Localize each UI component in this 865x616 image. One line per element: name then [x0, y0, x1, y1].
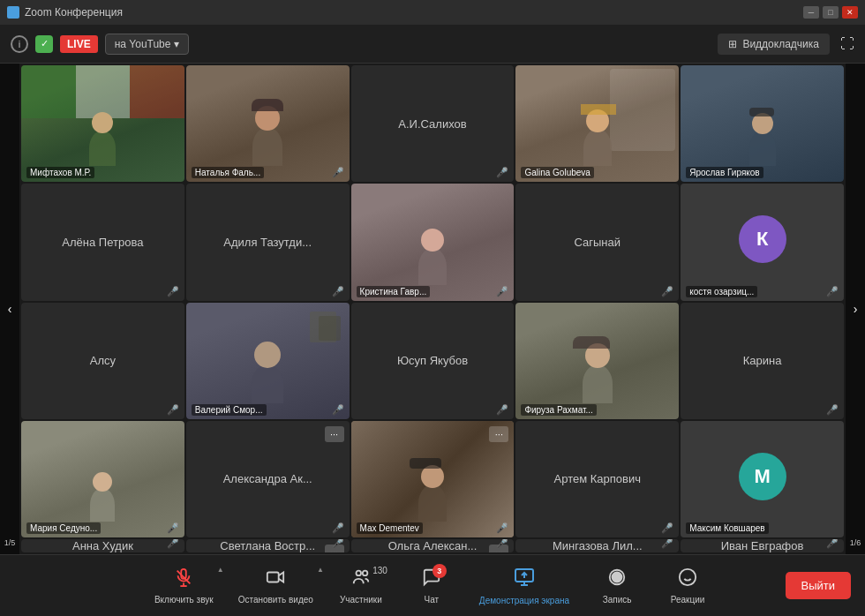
right-page-num: 1/6	[850, 538, 861, 547]
video-cell-aleksandra[interactable]: ··· Александра Ак... 🎤	[186, 421, 350, 537]
svg-point-6	[363, 570, 368, 575]
fullscreen-button[interactable]: ⛶	[840, 36, 854, 52]
video-cell-sagynai[interactable]: Сагынай 🎤	[515, 184, 679, 300]
participant-name-kostya: костя озарзиц...	[686, 286, 757, 297]
video-cell-alsu[interactable]: Алсу 🎤	[21, 303, 184, 419]
top-toolbar: i ✓ LIVE на YouTube ▾ ⊞ Виддокладчика ⛶	[0, 25, 865, 64]
left-page-num: 1/5	[4, 538, 16, 547]
dropdown-arrow-icon: ▾	[174, 38, 179, 50]
video-cell-valery[interactable]: 🎤 Валерий Смор...	[186, 303, 350, 419]
video-area: ‹ 1/5 Мифтахов М.Р.	[0, 64, 865, 554]
participant-name-olga: Ольга Алексан...	[381, 539, 485, 552]
participant-name-galina: Galina Golubeva	[521, 167, 594, 178]
participant-name-kristina: Кристина Гавр...	[357, 286, 431, 297]
minimize-btn[interactable]: ─	[803, 6, 819, 19]
participant-name-aleksandra: Александра Ак...	[216, 472, 320, 485]
participant-name-maria: Мария Седуно...	[26, 522, 101, 534]
svg-point-10	[613, 572, 622, 582]
mute-indicator-aleksandra: 🎤	[332, 522, 344, 534]
speaker-view-button[interactable]: ⊞ Виддокладчика	[718, 34, 830, 55]
svg-rect-4	[267, 572, 279, 582]
svg-point-5	[356, 570, 361, 575]
mic-label: Включить звук	[154, 595, 214, 605]
video-cell-firuza[interactable]: Фируза Рахмат...	[515, 303, 679, 419]
video-cell-yusup[interactable]: Юсуп Якубов 🎤	[351, 303, 515, 419]
mute-indicator-maria: 🎤	[167, 522, 179, 534]
mute-indicator-sagynai: 🎤	[661, 286, 673, 297]
video-caret-icon[interactable]: ▲	[317, 566, 324, 574]
mute-indicator-kristina: 🎤	[496, 286, 508, 297]
mute-indicator-alena: 🎤	[167, 286, 179, 297]
mute-indicator-valery: 🎤	[332, 404, 344, 416]
chat-button[interactable]: 3 Чат	[396, 562, 467, 610]
mute-indicator-mingazova: 🎤	[661, 539, 673, 549]
participant-name-yaroslav: Ярослав Гиряков	[686, 167, 763, 178]
video-cell-natalia[interactable]: 🎤 Наталья Фаль...	[186, 65, 350, 182]
title-bar-text: Zoom Конференция	[25, 6, 123, 19]
participants-button[interactable]: Участники 130	[326, 562, 396, 610]
chat-icon: 3	[422, 567, 441, 591]
participant-name-max: Max Dementev	[357, 522, 423, 534]
participant-name-yusup: Юсуп Якубов	[390, 354, 475, 367]
avatar-maksim: М	[739, 453, 786, 500]
participant-name-sagynai: Сагынай	[568, 236, 628, 249]
participant-name-alena: Алёна Петрова	[55, 236, 150, 249]
mute-indicator-olga: 🎤	[496, 539, 508, 549]
live-badge: LIVE	[60, 35, 98, 53]
share-screen-button[interactable]: Демонстрация экрана	[467, 561, 582, 611]
mute-indicator-adilya: 🎤	[332, 286, 344, 297]
video-cell-artem[interactable]: Артем Карпович 🎤	[515, 421, 679, 537]
mic-caret-icon[interactable]: ▲	[217, 566, 224, 574]
share-screen-label: Демонстрация экрана	[479, 596, 569, 605]
mic-button[interactable]: Включить звук ▲	[142, 562, 226, 610]
video-cell-svetlana[interactable]: ··· Светлана Востр... 🎤	[186, 539, 350, 552]
video-grid: Мифтахов М.Р. 🎤 Наталья Фаль... А.И.Сали…	[19, 64, 846, 554]
avatar-kostya: К	[739, 215, 786, 263]
exit-button[interactable]: Выйти	[786, 572, 852, 599]
more-options-aleksandra[interactable]: ···	[325, 426, 344, 442]
video-label: Остановить видео	[238, 595, 313, 605]
mute-indicator-natalia: 🎤	[332, 167, 344, 178]
video-cell-mingazova[interactable]: Мингазова Лил... 🎤	[515, 539, 679, 552]
video-cell-olga[interactable]: ··· Ольга Алексан... 🎤	[351, 539, 515, 552]
youtube-button[interactable]: на YouTube ▾	[105, 34, 190, 55]
reactions-label: Реакции	[671, 595, 705, 605]
participant-name-anna: Анна Худик	[65, 539, 140, 552]
video-button[interactable]: Остановить видео ▲	[226, 562, 326, 610]
participant-name-salikhov: А.И.Салихов	[391, 117, 473, 131]
video-cell-ivan[interactable]: Иван Евграфов 🎤	[681, 539, 844, 552]
participant-name-firuza: Фируза Рахмат...	[521, 404, 597, 416]
info-icon[interactable]: i	[11, 35, 28, 53]
close-btn[interactable]: ✕	[842, 6, 858, 19]
next-page-button[interactable]: › 1/6	[846, 64, 865, 554]
prev-page-button[interactable]: ‹ 1/5	[0, 64, 19, 554]
video-cell-galina[interactable]: Galina Golubeva	[515, 65, 679, 182]
video-cell-salikhov[interactable]: А.И.Салихов 🎤	[351, 65, 515, 182]
participant-name-adilya: Адиля Тазутди...	[216, 236, 319, 249]
more-options-max[interactable]: ···	[489, 426, 508, 442]
app-icon	[7, 6, 19, 19]
video-cell-maria[interactable]: 🎤 Мария Седуно...	[21, 421, 184, 537]
video-cell-miftakhov[interactable]: Мифтахов М.Р.	[21, 65, 184, 182]
video-cell-anna[interactable]: Анна Худик 🎤	[21, 539, 184, 552]
video-cell-adilya[interactable]: Адиля Тазутди... 🎤	[186, 184, 350, 300]
video-cell-yaroslav[interactable]: Ярослав Гиряков	[681, 65, 844, 182]
title-bar: Zoom Конференция ─ □ ✕	[0, 0, 865, 25]
participant-name-mingazova: Мингазова Лил...	[545, 539, 650, 552]
participant-name-alsu: Алсу	[83, 354, 123, 367]
mute-indicator-anna: 🎤	[167, 539, 179, 549]
maximize-btn[interactable]: □	[823, 6, 839, 19]
participant-name-natalia: Наталья Фаль...	[192, 167, 264, 178]
chat-badge: 3	[432, 564, 447, 578]
video-cell-max[interactable]: ··· 🎤 Max Dementev	[351, 421, 515, 537]
participant-name-miftakhov: Мифтахов М.Р.	[26, 167, 94, 178]
window-controls[interactable]: ─ □ ✕	[803, 6, 858, 19]
video-cell-kostya[interactable]: К 🎤 костя озарзиц...	[681, 184, 844, 300]
video-cell-maksim[interactable]: М Максим Ковшарев	[681, 421, 844, 537]
video-cell-karina[interactable]: Карина 🎤	[681, 303, 844, 419]
video-cell-kristina[interactable]: 🎤 Кристина Гавр...	[351, 184, 515, 300]
security-shield-icon[interactable]: ✓	[35, 35, 53, 53]
record-button[interactable]: Запись	[582, 562, 652, 610]
reactions-button[interactable]: Реакции	[652, 562, 723, 610]
video-cell-alena[interactable]: Алёна Петрова 🎤	[21, 184, 184, 300]
